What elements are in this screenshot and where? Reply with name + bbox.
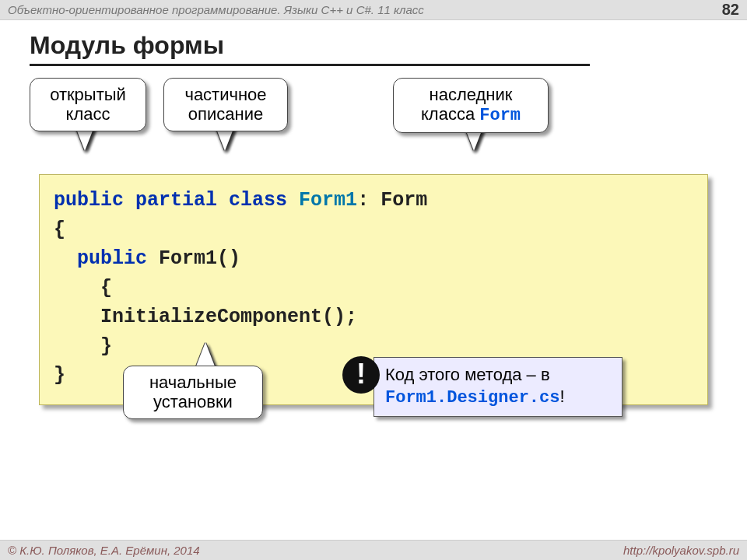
callout-initial-l1: начальные [136,373,250,392]
title-underline [30,64,590,66]
callout-initial-l2: установки [136,392,250,411]
info-line2: Form1.Designer.cs! [385,386,611,409]
callout-public-l1: открытый [43,85,133,104]
callout-public: открытый класс [30,78,146,131]
callout-partial-l2: описание [177,104,275,124]
info-box: Код этого метода – в Form1.Designer.cs! [374,357,622,417]
header-bar: Объектно-ориентированное программировани… [0,0,747,20]
callout-inherit-l2: класса Form [406,104,535,125]
course-label: Объектно-ориентированное программировани… [8,3,424,16]
callout-initial: начальные установки [123,366,263,419]
callout-public-l2: класс [43,104,133,124]
callout-inherit-l1: наследник [406,85,535,104]
footer-copyright: © К.Ю. Поляков, Е.А. Ерёмин, 2014 [8,544,200,557]
footer-bar: © К.Ю. Поляков, Е.А. Ерёмин, 2014 http:/… [0,540,747,560]
callout-inherit: наследник класса Form [393,78,549,133]
footer-url: http://kpolyakov.spb.ru [623,544,739,557]
slide-title: Модуль формы [30,31,224,60]
page-number: 82 [722,1,739,19]
exclamation-icon: ! [342,356,380,394]
callout-partial: частичное описание [163,78,288,131]
info-line1: Код этого метода – в [385,364,611,386]
callout-partial-l1: частичное [177,85,275,104]
